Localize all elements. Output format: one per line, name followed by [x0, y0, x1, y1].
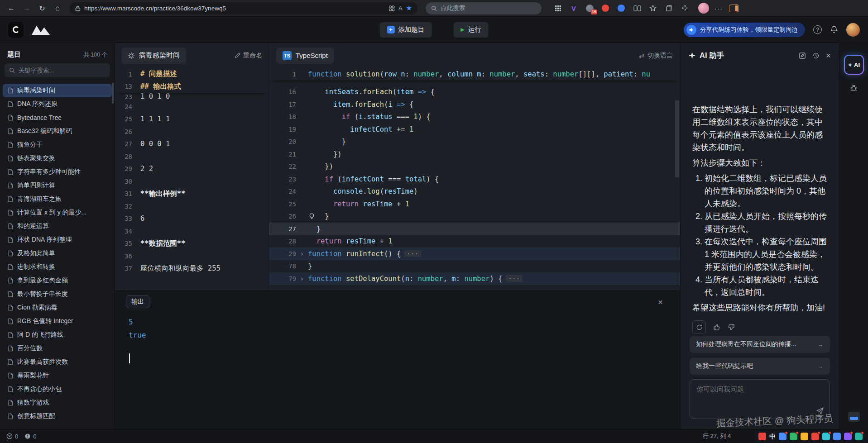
sidebar-item[interactable]: 最小替换子串长度: [3, 287, 112, 301]
code-line[interactable]: 27 }: [269, 223, 680, 235]
help-icon[interactable]: ?: [813, 25, 822, 34]
add-problem-button[interactable]: + 添加题目: [379, 22, 432, 38]
problem-search-input[interactable]: 关键字搜索...: [5, 63, 110, 77]
warnings-indicator[interactable]: 0: [24, 433, 36, 440]
code-editor[interactable]: 1function solution(row_n: number, column…: [269, 68, 680, 290]
output-console[interactable]: 5true: [115, 308, 680, 429]
sidebar-item[interactable]: 环状 DNA 序列整理: [3, 233, 112, 247]
extension-blue-icon[interactable]: [616, 3, 627, 14]
bookmark-star-icon[interactable]: ★: [406, 4, 412, 12]
tray-icon[interactable]: [855, 433, 863, 440]
debug-icon[interactable]: [849, 84, 858, 92]
problem-line[interactable]: 336: [115, 213, 269, 225]
sidebar-item[interactable]: 病毒感染时间: [3, 84, 112, 97]
refresh-icon[interactable]: ↻: [35, 2, 49, 14]
favorites-star-icon[interactable]: [647, 3, 658, 14]
problem-line[interactable]: 24: [115, 100, 269, 113]
problem-line[interactable]: 13## 输出格式: [115, 81, 269, 93]
sidebar-item[interactable]: Base32 编码和解码: [3, 124, 112, 138]
code-line[interactable]: 25 return resTime + 1: [269, 198, 680, 210]
ime-indicator[interactable]: 中: [769, 433, 776, 441]
browser-menu-icon[interactable]: ···: [715, 5, 723, 12]
tab-grid-icon[interactable]: [389, 5, 395, 11]
ai-new-chat-icon[interactable]: [799, 52, 806, 59]
code-line[interactable]: 16 intSeats.forEach(item => {: [269, 86, 680, 99]
problem-description-editor[interactable]: 1# 问题描述13## 输出格式 231 0 1 024251 1 1 1262…: [115, 68, 269, 290]
code-line[interactable]: 28 return resTime + 1: [269, 235, 680, 248]
browser-search-box[interactable]: 点此搜索: [426, 2, 542, 14]
code-line[interactable]: 17 item.forEach(i => {: [269, 98, 680, 111]
problem-line[interactable]: 31**输出样例**: [115, 188, 269, 200]
extension-red-icon[interactable]: [600, 3, 611, 14]
ai-assistant-button[interactable]: AI: [844, 55, 864, 75]
tray-icon[interactable]: [801, 433, 808, 440]
code-line[interactable]: 23 if (infectCont === total) {: [269, 173, 680, 186]
code-line[interactable]: 29›function runInfect() {···: [269, 248, 680, 260]
sidebar-item[interactable]: 简单四则计算: [3, 179, 112, 192]
code-line[interactable]: 20 }: [269, 136, 680, 148]
tray-icon[interactable]: [844, 433, 852, 440]
marscode-logo-icon[interactable]: [31, 24, 51, 36]
ai-history-icon[interactable]: [812, 52, 820, 59]
code-line[interactable]: 26 }: [269, 210, 680, 223]
folded-code-marker[interactable]: ···: [506, 275, 522, 282]
sidebar-item[interactable]: 链表聚集交换: [3, 152, 112, 165]
code-line[interactable]: 79›function setDelayCount(n: number, m: …: [269, 272, 680, 285]
notifications-bell-icon[interactable]: [830, 25, 838, 34]
problem-line[interactable]: 1# 问题描述: [115, 68, 269, 81]
tray-icon[interactable]: [779, 433, 786, 440]
home-icon[interactable]: ⌂: [51, 2, 64, 14]
problem-line[interactable]: 26: [115, 125, 269, 138]
ai-suggestion-chip[interactable]: 给我一些代码提示吧→: [690, 357, 830, 375]
output-tab[interactable]: 输出: [126, 295, 149, 308]
sidebar-item[interactable]: 不再贪心的小包: [3, 382, 112, 396]
app-logo[interactable]: [8, 22, 24, 38]
ai-suggestion-chip[interactable]: 如何处理病毒在不同座位间的传播...→: [690, 336, 830, 353]
sidebar-item[interactable]: 比赛最高获胜次数: [3, 355, 112, 369]
code-line[interactable]: 24 console.log(resTime): [269, 186, 680, 198]
sidebar-item[interactable]: 及格如此简单: [3, 247, 112, 260]
thumbs-up-icon[interactable]: [713, 324, 720, 331]
language-tab[interactable]: TS TypeScript: [276, 48, 334, 64]
read-aloud-icon[interactable]: A: [398, 5, 403, 12]
switch-language-button[interactable]: ⇄ 切换语言: [639, 52, 673, 60]
problem-line[interactable]: 270 0 0 1: [115, 138, 269, 151]
problem-title-button[interactable]: 病毒感染时间: [121, 48, 186, 64]
thumbs-down-icon[interactable]: [728, 324, 735, 331]
sidebar-item[interactable]: RGB 色值转 Integer: [3, 314, 112, 328]
split-screen-icon[interactable]: [632, 3, 643, 14]
problem-line[interactable]: 37座位横向和纵向最多 255: [115, 262, 269, 275]
errors-indicator[interactable]: 0: [6, 433, 18, 440]
tray-icon[interactable]: [822, 433, 830, 440]
close-output-icon[interactable]: ×: [658, 298, 663, 306]
rename-button[interactable]: 重命名: [235, 52, 262, 60]
sidebar-item[interactable]: DNA 序列还原: [3, 97, 112, 111]
sidebar-item[interactable]: 计算位置 x 到 y 的最少...: [3, 206, 112, 219]
problem-line[interactable]: 36: [115, 250, 269, 262]
problem-line[interactable]: 28: [115, 150, 269, 163]
run-button[interactable]: ▶ 运行: [453, 22, 488, 38]
extension-badged-icon[interactable]: 19: [584, 3, 595, 14]
folded-code-marker[interactable]: ···: [404, 250, 421, 257]
apps-grid-icon[interactable]: [552, 3, 563, 14]
sidebar-item[interactable]: 猫鱼分干: [3, 138, 112, 152]
lightbulb-icon[interactable]: [309, 213, 315, 220]
code-line[interactable]: 21 }): [269, 148, 680, 161]
sidebar-item[interactable]: Bytedance Tree: [3, 111, 112, 124]
code-line[interactable]: 78}: [269, 260, 680, 273]
sidebar-item[interactable]: Cion 勒索病毒: [3, 301, 112, 314]
extensions-puzzle-icon[interactable]: [679, 3, 690, 14]
code-line[interactable]: 19 infectCont += 1: [269, 123, 680, 136]
sidebar-item[interactable]: 暴雨梨花针: [3, 369, 112, 382]
code-line[interactable]: 1function solution(row_n: number, column…: [269, 68, 680, 81]
code-line[interactable]: 18 if (i.status === 1) {: [269, 111, 680, 124]
tray-icon[interactable]: [790, 433, 797, 440]
sidebar-scrollbar[interactable]: [112, 83, 114, 104]
sidebar-item[interactable]: 猜数字游戏: [3, 396, 112, 410]
problem-line[interactable]: 231 0 1 0: [115, 93, 269, 100]
problem-line[interactable]: 292 2: [115, 163, 269, 176]
sidebar-item[interactable]: 青海湖租车之旅: [3, 192, 112, 206]
problem-line[interactable]: 34: [115, 225, 269, 238]
problem-line[interactable]: 35**数据范围**: [115, 238, 269, 250]
browser-sidebar-toggle-icon[interactable]: [729, 5, 739, 12]
